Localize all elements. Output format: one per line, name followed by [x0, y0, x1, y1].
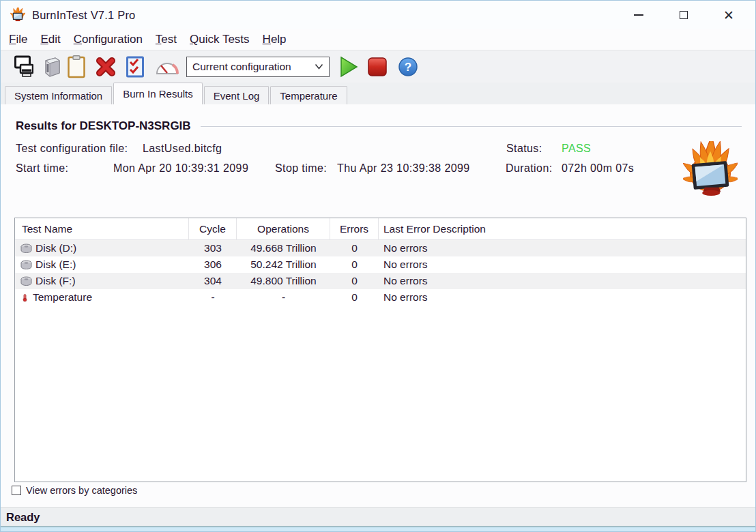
view-errors-checkbox[interactable]: [12, 486, 21, 495]
minimize-icon: [634, 14, 643, 16]
menu-help[interactable]: Help: [263, 33, 287, 46]
tab-temperature[interactable]: Temperature: [270, 86, 347, 104]
test-name: Disk (D:): [35, 242, 76, 254]
errors-value: 0: [330, 273, 379, 289]
config-file-value: LastUsed.bitcfg: [143, 143, 222, 155]
start-time-value: Mon Apr 20 10:39:31 2099: [113, 162, 248, 175]
stop-icon[interactable]: [367, 56, 388, 78]
status-bar-text: Ready: [6, 511, 40, 524]
results-heading: Results for DESKTOP-N3SRGIB: [16, 119, 191, 133]
app-icon: [10, 8, 25, 23]
last-error-value: No errors: [379, 256, 746, 273]
table-row[interactable]: Temperature - - 0 No errors: [15, 289, 746, 306]
menu-test[interactable]: Test: [156, 33, 177, 46]
results-table-header: Test Name Cycle Operations Errors Last E…: [15, 218, 746, 240]
maximize-button[interactable]: [673, 5, 694, 25]
configuration-dropdown-value: Current configuration: [192, 61, 315, 73]
title-bar: BurnInTest V7.1 Pro ✕: [1, 1, 755, 29]
tab-system-information[interactable]: System Information: [5, 86, 112, 104]
menu-bar: File Edit Configuration Test Quick Tests…: [1, 29, 755, 50]
delete-icon[interactable]: [95, 55, 117, 78]
table-row[interactable]: Disk (E:) 306 50.242 Trillion 0 No error…: [15, 256, 746, 273]
last-error-value: No errors: [379, 273, 746, 289]
operations-value: 49.800 Trillion: [237, 273, 330, 289]
toolbar: Current configuration: [1, 50, 755, 83]
operations-value: -: [237, 289, 330, 306]
disk-icon: [20, 276, 32, 286]
cycle-value: 306: [189, 256, 237, 273]
stop-time-value: Thu Apr 23 10:39:38 2099: [337, 162, 470, 175]
last-error-value: No errors: [379, 289, 746, 306]
errors-value: 0: [330, 240, 379, 256]
window-title: BurnInTest V7.1 Pro: [32, 9, 135, 22]
clipboard-icon[interactable]: [68, 55, 85, 78]
last-error-value: No errors: [379, 240, 746, 256]
cycle-value: 303: [189, 240, 237, 256]
burnintest-fire-icon: [683, 141, 738, 200]
tab-burn-in-results[interactable]: Burn In Results: [113, 83, 203, 104]
column-header-cycle[interactable]: Cycle: [189, 218, 237, 240]
stop-time-label: Stop time:: [275, 162, 327, 175]
menu-edit[interactable]: Edit: [40, 33, 60, 46]
operations-value: 49.668 Trillion: [237, 240, 330, 256]
gauge-icon[interactable]: [155, 58, 179, 76]
column-header-errors[interactable]: Errors: [330, 218, 379, 240]
duration-label: Duration:: [506, 162, 553, 175]
start-time-label: Start time:: [16, 162, 68, 175]
disk-icon: [20, 243, 32, 254]
column-header-last-error-description[interactable]: Last Error Description: [379, 218, 746, 240]
table-row[interactable]: Disk (D:) 303 49.668 Trillion 0 No error…: [15, 240, 746, 256]
column-header-operations[interactable]: Operations: [237, 218, 330, 240]
print-report-icon[interactable]: [14, 55, 33, 78]
errors-value: 0: [330, 289, 379, 306]
configuration-dropdown[interactable]: Current configuration: [186, 57, 330, 77]
status-value: PASS: [562, 143, 591, 155]
test-name: Disk (F:): [35, 275, 76, 287]
view-errors-checkbox-row: View errors by categories: [12, 485, 137, 496]
tab-strip: System Information Burn In Results Event…: [1, 83, 755, 104]
table-row[interactable]: Disk (F:) 304 49.800 Trillion 0 No error…: [15, 273, 746, 289]
window-bottom-border: [1, 527, 755, 531]
close-button[interactable]: ✕: [718, 5, 739, 25]
operations-value: 50.242 Trillion: [237, 256, 330, 273]
app-window: BurnInTest V7.1 Pro ✕ File Edit Configur…: [0, 0, 756, 532]
test-name: Temperature: [33, 291, 92, 304]
duration-value: 072h 00m 07s: [562, 162, 634, 175]
system-info-icon[interactable]: [42, 55, 62, 78]
results-table: Test Name Cycle Operations Errors Last E…: [14, 218, 746, 482]
config-file-label: Test configuration file:: [16, 143, 128, 155]
status-label: Status:: [506, 143, 542, 155]
thermometer-icon: [20, 293, 29, 303]
errors-value: 0: [330, 256, 379, 273]
chevron-down-icon: [315, 63, 323, 70]
maximize-icon: [680, 11, 688, 19]
view-errors-checkbox-label: View errors by categories: [26, 485, 137, 496]
tab-event-log[interactable]: Event Log: [204, 86, 270, 104]
status-bar: Ready: [1, 507, 755, 527]
start-icon[interactable]: [339, 55, 358, 78]
menu-file[interactable]: File: [9, 33, 27, 46]
results-panel: Results for DESKTOP-N3SRGIB Test configu…: [1, 104, 755, 507]
svg-text:?: ?: [405, 61, 411, 74]
heading-divider: [201, 126, 742, 127]
test-selection-icon[interactable]: [126, 56, 144, 78]
disk-icon: [20, 260, 32, 270]
cycle-value: 304: [189, 273, 237, 289]
test-name: Disk (E:): [35, 258, 76, 271]
menu-configuration[interactable]: Configuration: [74, 33, 143, 46]
minimize-button[interactable]: [628, 5, 649, 25]
help-icon[interactable]: ?: [398, 57, 418, 77]
cycle-value: -: [189, 289, 237, 306]
menu-quick-tests[interactable]: Quick Tests: [190, 33, 250, 46]
column-header-test-name[interactable]: Test Name: [15, 218, 189, 240]
